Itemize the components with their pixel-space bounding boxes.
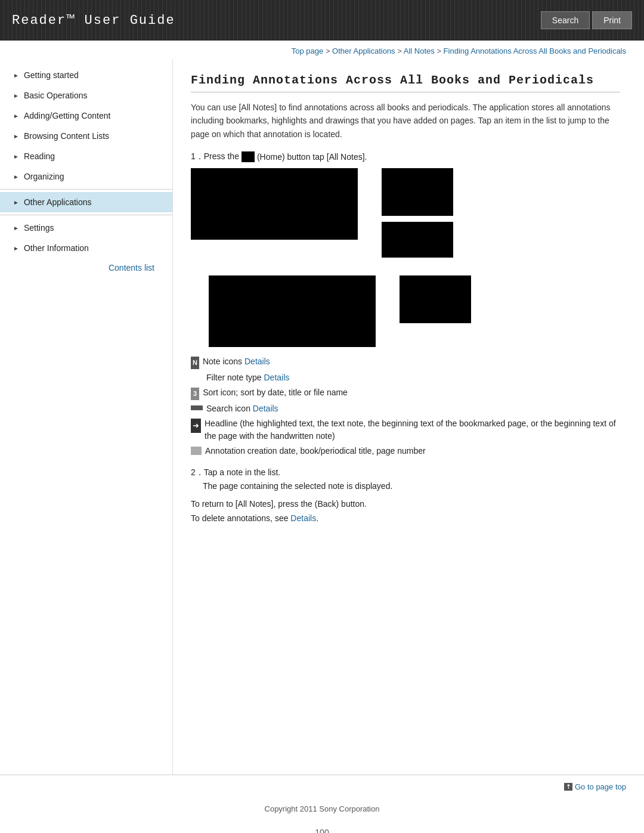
- sidebar-item-other-info[interactable]: ► Other Information: [0, 238, 172, 258]
- right-images-bottom: [400, 275, 471, 323]
- step1-middle: (Home) button tap: [257, 152, 324, 162]
- copyright: Copyright 2011 Sony Corporation: [0, 798, 644, 823]
- page-title: Finding Annotations Across All Books and…: [191, 73, 620, 92]
- screenshot-home: [191, 168, 358, 240]
- delete-after: .: [316, 513, 318, 523]
- return-text: To return to [All Notes], press the (Bac…: [191, 499, 367, 509]
- delete-details-link[interactable]: Details: [290, 513, 316, 523]
- page-number: 100: [0, 823, 644, 833]
- note-icons-details-link[interactable]: Details: [244, 357, 270, 366]
- chevron-right-icon: ►: [13, 245, 19, 252]
- sidebar-item-label: Other Information: [24, 243, 89, 253]
- chevron-right-icon: ►: [13, 72, 19, 79]
- home-button-icon: [242, 151, 255, 162]
- image-row-1: [191, 168, 620, 258]
- sidebar-item-other-apps[interactable]: ► Other Applications: [0, 192, 172, 212]
- annotation-headline-text: Headline (the highlighted text, the text…: [205, 417, 620, 442]
- screenshot-notes-list: [209, 275, 376, 347]
- sidebar-item-label: Browsing Content Lists: [24, 131, 109, 141]
- chevron-right-icon: ►: [13, 174, 19, 180]
- header-buttons: Search Print: [541, 11, 632, 29]
- step2-desc: The page containing the selected note is…: [191, 479, 620, 494]
- annotation-date-text: Annotation creation date, book/periodica…: [205, 445, 620, 457]
- sidebar-item-label: Reading: [24, 151, 55, 161]
- sidebar-item-settings[interactable]: ► Settings: [0, 218, 172, 238]
- step1-line: 1．Press the (Home) button tap [All Notes…: [191, 151, 620, 162]
- go-to-top-label: Go to page top: [575, 782, 626, 791]
- annotation-search-text: Search icon Details: [206, 402, 620, 415]
- sidebar-item-getting-started[interactable]: ► Getting started: [0, 65, 172, 85]
- step1-suffix: [All Notes].: [327, 152, 367, 162]
- sidebar-item-adding-content[interactable]: ► Adding/Getting Content: [0, 106, 172, 126]
- arrow-icon: ➜: [191, 419, 201, 433]
- main-content: Finding Annotations Across All Books and…: [173, 59, 644, 775]
- annotation-headline: ➜ Headline (the highlighted text, the te…: [191, 417, 620, 442]
- breadcrumb-sep1: >: [323, 47, 332, 55]
- search-details-link[interactable]: Details: [253, 404, 278, 413]
- annotation-date: Annotation creation date, book/periodica…: [191, 445, 620, 457]
- chevron-right-icon: ►: [13, 133, 19, 140]
- breadcrumb-other-apps[interactable]: Other Applications: [332, 47, 395, 55]
- go-to-top[interactable]: ⇡ Go to page top: [564, 782, 626, 791]
- annotation-sort-text: Sort icon; sort by date, title or file n…: [203, 386, 620, 399]
- sidebar-item-label: Basic Operations: [24, 91, 88, 100]
- sidebar-item-label: Adding/Getting Content: [24, 111, 111, 120]
- chevron-right-icon: ►: [13, 113, 19, 119]
- breadcrumb-top[interactable]: Top page: [292, 47, 324, 55]
- search-button[interactable]: Search: [541, 11, 590, 29]
- annotations-list: N Note icons Details Filter note type De…: [191, 355, 620, 457]
- header-title: Reader™ User Guide: [12, 13, 541, 28]
- screenshot-all-notes-bottom: [382, 222, 453, 258]
- sidebar-item-label: Getting started: [24, 70, 79, 80]
- sidebar-item-label: Organizing: [24, 172, 64, 181]
- chevron-right-icon: ►: [13, 199, 19, 206]
- sidebar-item-reading[interactable]: ► Reading: [0, 146, 172, 166]
- annotation-note-text: Note icons Details: [203, 355, 620, 368]
- delete-line: To delete annotations, see Details.: [191, 512, 620, 526]
- delete-before: To delete annotations, see: [191, 513, 290, 523]
- annotation-filter-text: Filter note type Details: [206, 371, 620, 384]
- note-icon: N: [191, 357, 199, 369]
- sort-icon: 3: [191, 388, 199, 400]
- print-button[interactable]: Print: [592, 11, 632, 29]
- breadcrumb-all-notes[interactable]: All Notes: [404, 47, 435, 55]
- chevron-right-icon: ►: [13, 225, 19, 231]
- layout: ► Getting started ► Basic Operations ► A…: [0, 59, 644, 775]
- contents-list-link[interactable]: Contents list: [0, 258, 172, 277]
- filter-details-link[interactable]: Details: [264, 373, 290, 382]
- screenshot-all-notes-top: [382, 168, 453, 216]
- breadcrumb-sep2: >: [395, 47, 404, 55]
- step2-section: 2．Tap a note in the list. The page conta…: [191, 466, 620, 526]
- sidebar-item-browsing[interactable]: ► Browsing Content Lists: [0, 126, 172, 146]
- annotation-filter: Filter note type Details: [191, 371, 620, 384]
- header: Reader™ User Guide Search Print: [0, 0, 644, 41]
- sidebar-divider: [0, 189, 172, 190]
- breadcrumb-current[interactable]: Finding Annotations Across All Books and…: [444, 47, 626, 55]
- sidebar-item-organizing[interactable]: ► Organizing: [0, 166, 172, 187]
- sidebar-item-basic-operations[interactable]: ► Basic Operations: [0, 85, 172, 106]
- sidebar-item-label: Other Applications: [24, 197, 92, 207]
- right-images-top: [382, 168, 453, 258]
- screenshot-notes-detail: [400, 275, 471, 323]
- sidebar: ► Getting started ► Basic Operations ► A…: [0, 59, 173, 775]
- annotation-search: Search icon Details: [191, 402, 620, 415]
- search-icon: [191, 405, 203, 410]
- annotation-sort: 3 Sort icon; sort by date, title or file…: [191, 386, 620, 400]
- footer-bar: ⇡ Go to page top: [0, 775, 644, 798]
- chevron-right-icon: ►: [13, 92, 19, 99]
- return-line: To return to [All Notes], press the (Bac…: [191, 497, 620, 512]
- image-row-2: [209, 275, 620, 347]
- breadcrumb-sep3: >: [435, 47, 444, 55]
- breadcrumb: Top page > Other Applications > All Note…: [0, 41, 644, 59]
- sidebar-divider-2: [0, 215, 172, 215]
- gray-icon: [191, 447, 202, 455]
- sidebar-item-label: Settings: [24, 223, 54, 233]
- go-to-top-icon: ⇡: [564, 783, 572, 791]
- annotation-note-icons: N Note icons Details: [191, 355, 620, 369]
- step1-prefix: 1．Press the: [191, 151, 239, 162]
- chevron-right-icon: ►: [13, 153, 19, 160]
- intro-text: You can use [All Notes] to find annotati…: [191, 101, 620, 141]
- step2-line: 2．Tap a note in the list.: [191, 466, 620, 480]
